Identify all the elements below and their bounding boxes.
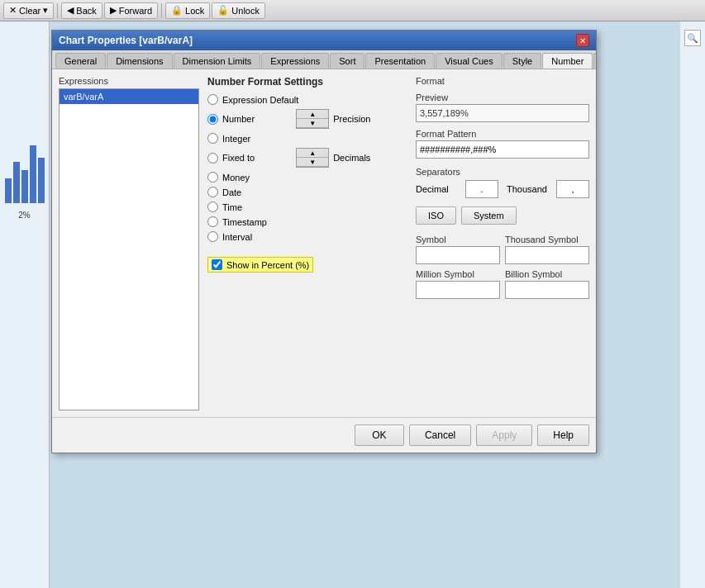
lock-button[interactable]: 🔒 Lock xyxy=(165,2,210,19)
radio-money[interactable] xyxy=(207,172,218,183)
bar-4 xyxy=(30,145,36,203)
chart-preview-panel: 2% xyxy=(0,21,50,588)
show-in-percent-row: Show in Percent (%) xyxy=(207,257,313,273)
radio-number[interactable] xyxy=(207,114,218,125)
dialog-close-button[interactable]: ✕ xyxy=(576,34,589,47)
right-format-panel: Format Preview Format Pattern Separators… xyxy=(416,76,589,410)
ok-button[interactable]: OK xyxy=(355,424,404,446)
radio-row-date: Date xyxy=(207,187,407,197)
precision-row: ▲ ▼ Precision xyxy=(296,109,370,129)
forward-icon: ▶ xyxy=(110,5,117,16)
tab-bar: General Dimensions Dimension Limits Expr… xyxy=(52,50,596,69)
label-time[interactable]: Time xyxy=(222,202,242,212)
unlock-button[interactable]: 🔓 Unlock xyxy=(212,2,265,19)
symbol-label: Symbol xyxy=(416,235,500,244)
expressions-label: Expressions xyxy=(59,76,199,86)
radio-date[interactable] xyxy=(207,187,218,197)
tab-style[interactable]: Style xyxy=(503,53,541,69)
tab-presentation[interactable]: Presentation xyxy=(365,53,435,69)
million-symbol-group: Million Symbol xyxy=(416,269,500,299)
decimals-down[interactable]: ▼ xyxy=(297,158,328,167)
tab-dimension-limits[interactable]: Dimension Limits xyxy=(174,53,261,69)
label-timestamp[interactable]: Timestamp xyxy=(222,217,267,227)
precision-up[interactable]: ▲ xyxy=(297,110,328,119)
iso-button[interactable]: ISO xyxy=(416,206,456,225)
format-buttons: ISO System xyxy=(416,206,589,225)
number-format-panel: Number Format Settings Expression Defaul… xyxy=(207,76,407,410)
label-interval[interactable]: Interval xyxy=(222,232,252,242)
radio-row-timestamp: Timestamp xyxy=(207,216,407,227)
thousand-symbol-group: Thousand Symbol xyxy=(505,235,589,264)
radio-fixed-to[interactable] xyxy=(207,153,218,164)
forward-button[interactable]: ▶ Forward xyxy=(104,2,158,19)
radio-row-fixed-row: Fixed to ▲ ▼ Decimals xyxy=(207,148,407,168)
billion-symbol-group: Billion Symbol xyxy=(505,269,589,299)
lock-label: Lock xyxy=(185,6,204,16)
symbols-section: Symbol Thousand Symbol Million Symbol Bi… xyxy=(416,235,589,299)
label-date[interactable]: Date xyxy=(222,187,241,197)
format-pattern-input[interactable] xyxy=(416,140,589,159)
search-icon[interactable]: 🔍 xyxy=(684,30,701,46)
label-expression-default[interactable]: Expression Default xyxy=(222,95,298,105)
clear-button[interactable]: ✕ Clear ▾ xyxy=(3,2,54,19)
section-title: Number Format Settings xyxy=(207,76,407,88)
tab-number[interactable]: Number xyxy=(542,53,593,69)
radio-row-number: Number xyxy=(207,114,255,125)
expr-item-varbvara[interactable]: varB/varA xyxy=(60,89,198,104)
precision-down[interactable]: ▼ xyxy=(297,119,328,128)
dropdown-icon: ▾ xyxy=(43,5,48,16)
decimals-label: Decimals xyxy=(333,153,370,163)
expressions-list[interactable]: varB/varA xyxy=(59,88,199,410)
system-button[interactable]: System xyxy=(461,206,517,225)
symbol-input[interactable] xyxy=(416,246,500,264)
dialog-titlebar: Chart Properties [varB/varA] ✕ xyxy=(52,31,596,50)
show-in-percent-label[interactable]: Show in Percent (%) xyxy=(226,260,309,270)
forward-label: Forward xyxy=(119,6,152,16)
bar-5 xyxy=(38,158,45,203)
help-button[interactable]: Help xyxy=(537,424,589,446)
back-icon: ◀ xyxy=(67,5,74,16)
chart-bars xyxy=(5,38,45,203)
format-pattern-label: Format Pattern xyxy=(416,129,589,139)
radio-row-interval: Interval xyxy=(207,231,407,242)
radio-integer[interactable] xyxy=(207,133,218,144)
apply-button[interactable]: Apply xyxy=(476,424,532,446)
clear-label: Clear xyxy=(19,6,40,16)
radio-time[interactable] xyxy=(207,202,218,212)
tab-general[interactable]: General xyxy=(55,53,106,69)
radio-expression-default[interactable] xyxy=(207,94,218,105)
dialog-title: Chart Properties [varB/varA] xyxy=(59,35,193,46)
decimal-input[interactable] xyxy=(465,180,498,198)
tab-font[interactable]: Font xyxy=(593,53,596,69)
label-integer[interactable]: Integer xyxy=(222,134,250,144)
thousand-symbol-input[interactable] xyxy=(505,246,589,264)
label-number[interactable]: Number xyxy=(222,114,255,124)
radio-row-time: Time xyxy=(207,202,407,212)
cancel-button[interactable]: Cancel xyxy=(409,424,471,446)
million-symbol-input[interactable] xyxy=(416,281,500,299)
show-in-percent-checkbox[interactable] xyxy=(212,259,222,270)
decimals-up[interactable]: ▲ xyxy=(297,149,328,158)
back-button[interactable]: ◀ Back xyxy=(61,2,102,19)
preview-input xyxy=(416,104,589,122)
tab-dimensions[interactable]: Dimensions xyxy=(107,53,172,69)
million-symbol-label: Million Symbol xyxy=(416,269,500,279)
tab-visual-cues[interactable]: Visual Cues xyxy=(436,53,503,69)
radio-interval[interactable] xyxy=(207,231,218,242)
thousand-symbol-label: Thousand Symbol xyxy=(505,235,589,244)
radio-timestamp[interactable] xyxy=(207,216,218,227)
tab-expressions[interactable]: Expressions xyxy=(261,53,329,69)
percent-label: 2% xyxy=(18,211,30,220)
decimal-label: Decimal xyxy=(416,184,457,194)
decimals-spinner[interactable]: ▲ ▼ xyxy=(296,148,329,168)
tab-sort[interactable]: Sort xyxy=(330,53,364,69)
chart-properties-dialog: Chart Properties [varB/varA] ✕ General D… xyxy=(51,30,597,453)
label-fixed-to[interactable]: Fixed to xyxy=(222,153,255,163)
clear-icon: ✕ xyxy=(9,5,17,16)
precision-spinner[interactable]: ▲ ▼ xyxy=(296,109,329,129)
bar-3 xyxy=(21,170,28,203)
label-money[interactable]: Money xyxy=(222,173,250,183)
thousand-input[interactable] xyxy=(556,180,589,198)
unlock-label: Unlock xyxy=(231,6,260,16)
billion-symbol-input[interactable] xyxy=(505,281,589,299)
